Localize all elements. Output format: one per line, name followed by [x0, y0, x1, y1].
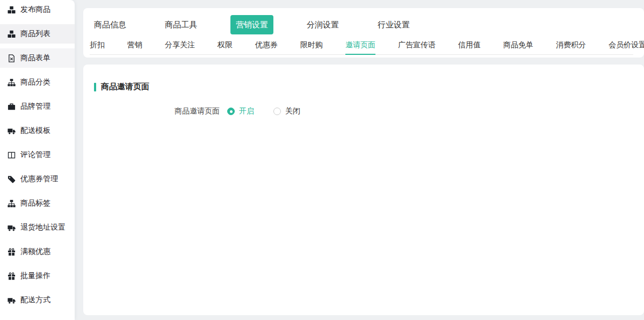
primary-tab-2[interactable]: 商品工具	[160, 15, 202, 34]
sidebar-item-label: 发布商品	[20, 5, 50, 15]
cubes-icon	[7, 30, 16, 38]
sidebar-item-label: 商品列表	[20, 29, 50, 39]
secondary-tab-11[interactable]: 消费积分	[556, 34, 586, 55]
cubes-icon	[7, 5, 16, 14]
secondary-tab-7[interactable]: 邀请页面	[345, 34, 375, 55]
section-title: 商品邀请页面	[94, 82, 633, 92]
primary-tab-5[interactable]: 行业设置	[372, 15, 415, 34]
sidebar-item-9[interactable]: 商品标签	[0, 194, 75, 213]
primary-tab-1[interactable]: 商品信息	[89, 15, 132, 34]
section-title-bar-icon	[94, 83, 96, 91]
primary-tab-4[interactable]: 分润设置	[301, 15, 344, 34]
secondary-tab-9[interactable]: 信用值	[458, 34, 481, 55]
sitemap-icon	[7, 199, 16, 208]
radio-circle-icon[interactable]	[227, 108, 235, 115]
sidebar-item-label: 商品表单	[20, 53, 50, 63]
invite-page-radio-group: 开启关闭	[227, 106, 300, 116]
tag-icon	[7, 175, 16, 183]
radio-option-off[interactable]: 关闭	[273, 106, 300, 116]
sidebar-item-5[interactable]: 品牌管理	[0, 97, 75, 116]
sidebar-item-label: 配送方式	[20, 295, 50, 305]
truck-icon	[7, 126, 16, 135]
invite-page-form-row: 商品邀请页面 开启关闭	[94, 106, 633, 116]
radio-circle-icon[interactable]	[273, 108, 281, 115]
sidebar-item-label: 退货地址设置	[20, 223, 66, 232]
sidebar-item-label: 品牌管理	[20, 102, 50, 111]
sidebar-item-label: 满额优惠	[20, 247, 50, 257]
sidebar-item-1[interactable]: 发布商品	[0, 0, 75, 19]
primary-tabs: 商品信息商品工具营销设置分润设置行业设置	[89, 15, 633, 34]
sidebar-item-3[interactable]: 商品表单	[0, 48, 75, 68]
secondary-tab-8[interactable]: 广告宣传语	[398, 34, 436, 55]
sidebar-item-7[interactable]: 评论管理	[0, 145, 75, 165]
sidebar-item-13[interactable]: 配送方式	[0, 290, 75, 310]
secondary-tabs: 折扣营销分享关注权限优惠券限时购邀请页面广告宣传语信用值商品免单消费积分会员价设…	[90, 34, 633, 55]
sidebar-item-6[interactable]: 配送模板	[0, 121, 75, 140]
briefcase-icon	[7, 102, 16, 111]
sidebar-item-label: 配送模板	[20, 126, 50, 136]
gift-icon	[7, 272, 16, 280]
secondary-tab-10[interactable]: 商品免单	[503, 34, 533, 55]
secondary-tab-12[interactable]: 会员价设置	[609, 34, 644, 55]
radio-option-on[interactable]: 开启	[227, 106, 254, 116]
columns-icon	[7, 151, 16, 159]
sidebar-item-label: 批量操作	[20, 271, 50, 281]
secondary-tab-6[interactable]: 限时购	[300, 34, 323, 55]
gift-icon	[7, 247, 16, 256]
file-excel-icon	[7, 54, 16, 62]
main-area: 商品信息商品工具营销设置分润设置行业设置 折扣营销分享关注权限优惠券限时购邀请页…	[83, 0, 644, 320]
sidebar-item-label: 商品标签	[20, 198, 50, 208]
section-title-text: 商品邀请页面	[101, 82, 149, 92]
truck-icon	[7, 296, 16, 304]
sidebar-item-12[interactable]: 批量操作	[0, 266, 75, 286]
primary-tab-3[interactable]: 营销设置	[230, 15, 273, 34]
sitemap-icon	[7, 78, 16, 87]
secondary-tab-3[interactable]: 分享关注	[165, 34, 195, 55]
sidebar-item-8[interactable]: 优惠券管理	[0, 169, 75, 189]
sidebar-item-label: 评论管理	[20, 150, 50, 160]
truck-icon	[7, 223, 16, 232]
sidebar-item-11[interactable]: 满额优惠	[0, 242, 75, 261]
sidebar-item-label: 优惠券管理	[20, 174, 58, 184]
secondary-tab-1[interactable]: 折扣	[90, 34, 105, 55]
sidebar-item-label: 商品分类	[20, 77, 50, 87]
secondary-tab-4[interactable]: 权限	[218, 34, 233, 55]
sidebar-item-10[interactable]: 退货地址设置	[0, 218, 75, 237]
radio-label: 开启	[239, 106, 254, 116]
secondary-tab-2[interactable]: 营销	[127, 34, 142, 55]
radio-label: 关闭	[285, 106, 300, 116]
sidebar-item-4[interactable]: 商品分类	[0, 73, 75, 92]
secondary-tab-5[interactable]: 优惠券	[255, 34, 278, 55]
sidebar-item-2[interactable]: 商品列表	[0, 24, 75, 44]
tabs-card: 商品信息商品工具营销设置分润设置行业设置 折扣营销分享关注权限优惠券限时购邀请页…	[83, 8, 644, 58]
content-card: 商品邀请页面 商品邀请页面 开启关闭	[83, 65, 644, 315]
sidebar: 发布商品商品列表商品表单商品分类品牌管理配送模板评论管理优惠券管理商品标签退货地…	[0, 0, 75, 320]
invite-page-label: 商品邀请页面	[175, 106, 220, 116]
